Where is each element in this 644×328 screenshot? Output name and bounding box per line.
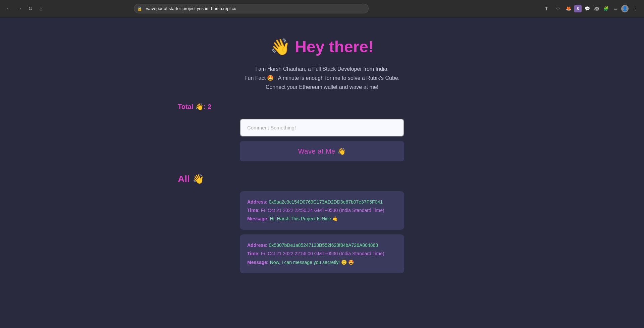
address-bar[interactable] [134,4,369,13]
total-label: Total 👋: [178,103,206,110]
forward-button[interactable]: → [15,4,24,13]
wave-2-time-value: Fri Oct 21 2022 22:56:00 GMT+0530 (India… [261,251,384,256]
page-title: 👋 Hey there! [270,38,374,56]
wave-1-address: Address: 0x9aa2c3c154D0769C173AD2DD3e87b… [247,198,397,206]
menu-button[interactable]: ⋮ [631,4,640,13]
wave-1-address-label: Address: [247,199,268,205]
description-line3: Connect your Ethereum wallet and wave at… [245,83,399,92]
share-button[interactable]: ⬆ [542,4,551,13]
wave-1-message-label: Message: [247,216,269,221]
total-number: 2 [208,103,211,110]
home-button[interactable]: ⌂ [36,4,46,13]
extension-icon-3: 💬 [584,5,591,12]
wave-2-address: Address: 0x5307bDe1a85247133B552f628f84b… [247,241,397,250]
extension-icon-4: 🦝 [593,5,600,12]
wave-emoji: 👋 [270,38,290,56]
wave-2-message-label: Message: [247,260,269,265]
lock-icon: 🔒 [137,6,142,11]
all-waves-title: All 👋 [178,173,342,184]
back-button[interactable]: ← [4,4,13,13]
wave-1-message-value: Hi, Harsh This Project Is Nice 🤙 [270,216,338,221]
reload-button[interactable]: ↻ [25,4,35,13]
description-line1: I am Harsh Chauhan, a Full Stack Develop… [245,64,399,73]
extension-icon-1: 🦊 [565,5,572,12]
wave-2-message: Message: Now, I can message you secretly… [247,258,397,267]
page-content: 👋 Hey there! I am Harsh Chauhan, a Full … [171,17,473,293]
wave-1-time: Time: Fri Oct 21 2022 22:50:24 GMT+0530 … [247,206,397,215]
wave-cards-container: Address: 0x9aa2c3c154D0769C173AD2DD3e87b… [240,191,404,273]
browser-actions: ⬆ ☆ 🦊 S 💬 🦝 🧩 ▭ 👤 ⋮ [542,4,640,13]
avatar-icon: 👤 [621,5,629,12]
browser-nav-buttons: ← → ↻ ⌂ [4,4,46,13]
total-count-display: Total 👋: 2 [178,103,342,111]
wave-2-time-label: Time: [247,251,260,256]
wave-2-message-value: Now, I can message you secretly! 🙂 🤩 [270,260,354,265]
bookmark-button[interactable]: ☆ [553,4,563,13]
wave-2-address-label: Address: [247,242,268,248]
page-title-text: Hey there! [295,38,374,56]
address-bar-container: 🔒 [134,4,369,13]
wave-1-time-label: Time: [247,208,260,213]
extension-icon-6: ▭ [612,5,619,12]
wave-1-address-value: 0x9aa2c3c154D0769C173AD2DD3e87b07e37F5F0… [269,199,383,205]
wave-1-time-value: Fri Oct 21 2022 22:50:24 GMT+0530 (India… [261,208,384,213]
description-line2: Fun Fact 🤩 : A minute is enough for me t… [245,73,399,83]
extension-icon-5: 🧩 [602,5,610,12]
wave-button[interactable]: Wave at Me 👋 [240,141,404,161]
wave-1-message: Message: Hi, Harsh This Project Is Nice … [247,215,397,223]
wave-2-address-value: 0x5307bDe1a85247133B552f628f84bA726A8048… [269,242,378,248]
comment-input[interactable] [240,119,404,136]
wave-2-time: Time: Fri Oct 21 2022 22:56:00 GMT+0530 … [247,250,397,258]
wave-card-1: Address: 0x9aa2c3c154D0769C173AD2DD3e87b… [240,191,404,230]
extension-icon-2: S [574,5,582,12]
page-description: I am Harsh Chauhan, a Full Stack Develop… [245,64,399,92]
wave-card-2: Address: 0x5307bDe1a85247133B552f628f84b… [240,234,404,273]
browser-chrome: ← → ↻ ⌂ 🔒 ⬆ ☆ 🦊 S 💬 🦝 🧩 ▭ 👤 ⋮ [0,0,644,17]
